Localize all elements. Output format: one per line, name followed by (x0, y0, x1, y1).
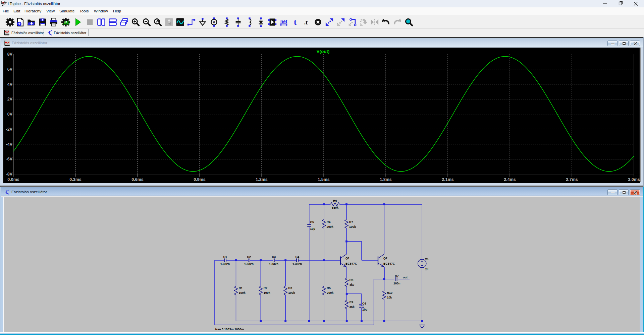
svg-text:R8: R8 (350, 278, 354, 282)
svg-text:1.332n: 1.332n (244, 262, 254, 266)
svg-text:10k: 10k (387, 296, 392, 299)
svg-text:R4: R4 (327, 220, 331, 224)
svg-text:200k: 200k (327, 291, 334, 294)
svg-text:-2V: -2V (6, 127, 13, 132)
svg-text:C7: C7 (395, 274, 399, 278)
svg-text:100k: 100k (264, 291, 271, 294)
svg-text:C3: C3 (272, 255, 276, 259)
svg-text:net: net (280, 19, 287, 24)
svg-text:0.0ms: 0.0ms (7, 177, 19, 182)
svg-text:2.1ms: 2.1ms (442, 177, 453, 182)
svg-text:2.7ms: 2.7ms (566, 177, 578, 182)
svg-text:R6: R6 (333, 199, 337, 202)
svg-text:C1: C1 (223, 255, 227, 259)
svg-text:100n: 100n (393, 282, 400, 285)
svg-text:C5: C5 (310, 220, 314, 224)
svg-text:-8V: -8V (6, 172, 13, 177)
svg-text:R7: R7 (349, 220, 353, 224)
svg-text:1.332n: 1.332n (220, 262, 230, 266)
svg-text:R3: R3 (288, 286, 292, 290)
svg-text:8V: 8V (7, 52, 13, 57)
svg-text:2.4ms: 2.4ms (504, 177, 516, 182)
svg-text:1.332n: 1.332n (269, 262, 278, 266)
svg-text:0V: 0V (7, 112, 13, 117)
svg-text:0.3ms: 0.3ms (69, 177, 81, 182)
svg-text:1.332n: 1.332n (292, 262, 302, 266)
svg-text:4k7: 4k7 (350, 283, 355, 286)
svg-text:100k: 100k (239, 291, 246, 294)
svg-text:10µ: 10µ (310, 227, 315, 230)
svg-text:.ac: .ac (62, 19, 70, 25)
svg-text:C4: C4 (296, 255, 300, 259)
svg-text:0.9ms: 0.9ms (194, 177, 205, 182)
svg-text:6V: 6V (7, 67, 13, 72)
svg-text:1.8ms: 1.8ms (380, 177, 391, 182)
svg-text:.tran 0 1003m 1000m: .tran 0 1003m 1000m (214, 328, 244, 331)
svg-text:BC547C: BC547C (383, 262, 395, 265)
svg-text:V(out): V(out) (317, 49, 330, 54)
svg-text:1.5ms: 1.5ms (318, 177, 329, 182)
svg-text:36k: 36k (350, 305, 355, 309)
svg-text:R10: R10 (387, 291, 392, 294)
svg-text:R5: R5 (327, 286, 331, 290)
svg-text:100k: 100k (288, 291, 296, 294)
svg-text:Q2: Q2 (383, 257, 387, 260)
svg-text:10µ: 10µ (362, 308, 367, 311)
svg-text:Q1: Q1 (345, 257, 350, 260)
svg-text:680k: 680k (332, 206, 339, 209)
svg-text:R9: R9 (350, 300, 354, 304)
svg-text:V1: V1 (425, 257, 429, 261)
svg-text:V: V (213, 20, 215, 24)
svg-text:4V: 4V (7, 82, 13, 87)
svg-text:C2: C2 (247, 255, 251, 259)
svg-text:R1: R1 (239, 286, 243, 290)
svg-text:100k: 100k (349, 225, 356, 228)
svg-text:C6: C6 (362, 302, 366, 305)
svg-text:t: t (294, 17, 297, 26)
svg-text:24: 24 (425, 268, 429, 271)
svg-text:BC547C: BC547C (345, 262, 357, 265)
svg-text:2V: 2V (7, 97, 13, 102)
svg-text:1.2ms: 1.2ms (256, 177, 267, 182)
svg-text:.t: .t (304, 19, 308, 26)
svg-text:R2: R2 (264, 286, 268, 290)
svg-text:200k: 200k (327, 225, 334, 228)
svg-text:0.6ms: 0.6ms (131, 177, 143, 182)
svg-text:3.0ms: 3.0ms (628, 177, 640, 182)
svg-text:-4V: -4V (6, 142, 13, 147)
svg-text:-6V: -6V (6, 157, 13, 161)
svg-text:out: out (403, 276, 408, 279)
